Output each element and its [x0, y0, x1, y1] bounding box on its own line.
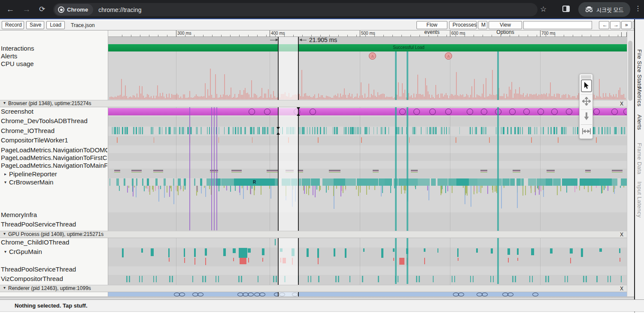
renderer-oval	[482, 293, 488, 296]
ruler-tick-label: 600 ms	[451, 31, 465, 36]
back-icon[interactable]: ←	[4, 3, 16, 15]
right-tab-strip: File Size Stats Metrics Alerts Frame Dat…	[634, 19, 644, 317]
cpu-bar	[153, 96, 154, 100]
io-event-tick	[518, 127, 519, 134]
tab-file-size-stats[interactable]: File Size Stats	[636, 49, 643, 88]
close-section-button[interactable]: X	[620, 286, 623, 292]
interactions-track[interactable]: Successful Load	[108, 44, 627, 51]
io-event-tick	[412, 127, 413, 134]
io-event-tick	[151, 127, 152, 134]
io-event-tick	[609, 127, 610, 134]
io-event-tick	[323, 127, 325, 134]
gpu-main-red-slice	[620, 258, 620, 262]
io-event-tick	[170, 127, 171, 134]
io-event-tick	[472, 127, 473, 134]
palette-drag-handle[interactable]	[581, 75, 591, 78]
view-options-button[interactable]: View Options	[489, 21, 522, 29]
cpu-bar	[496, 94, 497, 100]
gpu-main-slice	[381, 248, 383, 258]
browser-main-child	[204, 186, 205, 188]
close-section-button[interactable]: X	[620, 232, 623, 238]
label-pipeline-reporter[interactable]: ▸PipelineReporter	[4, 170, 111, 178]
cpu-bar	[238, 94, 239, 100]
browser-main-child	[415, 186, 416, 189]
io-event-tick	[200, 127, 201, 134]
io-event-tick	[548, 127, 548, 134]
browser-main-child	[605, 186, 606, 188]
cpu-bar	[176, 94, 177, 100]
flow-events-button[interactable]: Flow events	[416, 21, 447, 29]
cpu-bar	[519, 87, 520, 100]
find-prev-button[interactable]: ←	[599, 21, 609, 29]
browser-main-child	[147, 186, 148, 189]
browser-main-child	[315, 186, 316, 197]
cpu-bar	[544, 94, 544, 100]
browser-menu-icon[interactable]: ⋮	[635, 4, 641, 12]
cpu-bar	[166, 94, 167, 100]
collapse-icon[interactable]: ▾	[4, 180, 6, 184]
url-bar[interactable]: Chrome chrome://tracing	[53, 3, 538, 16]
browser-main-slice	[155, 178, 158, 186]
cpu-bar	[308, 96, 309, 100]
browser-main-slice	[593, 178, 599, 186]
browser-main-child	[119, 186, 120, 191]
zoom-mode-button[interactable]	[581, 109, 592, 122]
io-event-tick	[381, 127, 382, 134]
viz-tick	[126, 276, 128, 282]
reload-icon[interactable]: ⟳	[36, 3, 48, 15]
gpu-main-slice	[393, 248, 395, 252]
gpu-main-slice	[122, 248, 124, 257]
find-next-button[interactable]: →	[610, 21, 620, 29]
cpu-bar	[344, 88, 345, 100]
label-cr-gpu-main[interactable]: ▾CrGpuMain	[4, 248, 111, 255]
tab-alerts[interactable]: Alerts	[636, 115, 643, 130]
expand-icon[interactable]: ▸	[4, 172, 6, 176]
screenshot-film-strip	[108, 108, 627, 115]
load-button[interactable]: Load	[46, 21, 65, 29]
cpu-bar	[442, 94, 443, 100]
collapse-find-button[interactable]: »	[621, 21, 632, 29]
section-header-gpu[interactable]: ▾GPU Process (pid 1408), uptime:215271s …	[0, 231, 627, 238]
record-button[interactable]: Record	[2, 21, 24, 29]
cpu-bar	[401, 97, 401, 100]
viz-tick	[139, 276, 140, 282]
cpu-bar	[322, 95, 323, 100]
cpu-bar	[361, 82, 361, 100]
metrics-m-button[interactable]: M	[478, 21, 487, 29]
gpu-main-slice	[141, 248, 143, 253]
browser-main-child	[261, 186, 261, 195]
collapse-icon[interactable]: ▾	[4, 249, 6, 254]
section-header-browser[interactable]: ▾Browser (pid 1348), uptime:215274s X	[0, 100, 627, 107]
find-input[interactable]	[523, 21, 592, 29]
label-cr-browser-main[interactable]: ▾CrBrowserMain	[4, 178, 111, 186]
violet-event-line	[211, 107, 212, 230]
cpu-bar	[214, 98, 215, 100]
screenshot-circle	[467, 109, 473, 115]
browser-main-child	[441, 186, 442, 193]
cpu-bar	[309, 96, 310, 100]
close-section-button[interactable]: X	[620, 101, 623, 107]
label-viz-compositor: VizCompositorThread	[1, 275, 107, 282]
section-header-renderer[interactable]: ▾Renderer (pid 12463), uptime:1099s X	[0, 285, 627, 292]
compositor-tick	[252, 137, 253, 143]
vertical-scrollbar-thumb[interactable]	[628, 41, 632, 101]
cpu-bar	[625, 98, 626, 100]
save-button[interactable]: Save	[26, 21, 44, 29]
cpu-bar	[126, 96, 127, 100]
pipeline-seg	[585, 172, 590, 172]
bookmark-star-icon[interactable]: ☆	[540, 5, 547, 14]
cpu-bar	[477, 94, 477, 100]
processes-button[interactable]: Processes	[449, 21, 477, 29]
io-event-tick	[444, 127, 445, 134]
timing-mode-button[interactable]	[581, 124, 592, 137]
forward-icon[interactable]: →	[21, 3, 33, 15]
io-event-tick	[336, 127, 337, 134]
cpu-bar	[191, 97, 191, 100]
tab-metrics[interactable]: Metrics	[636, 87, 643, 106]
cpu-bar	[117, 96, 118, 100]
cpu-bar	[149, 97, 150, 100]
browser-main-child	[149, 186, 149, 192]
select-mode-button[interactable]	[581, 79, 592, 92]
pan-mode-button[interactable]	[581, 94, 592, 107]
side-panel-icon[interactable]	[562, 6, 570, 12]
